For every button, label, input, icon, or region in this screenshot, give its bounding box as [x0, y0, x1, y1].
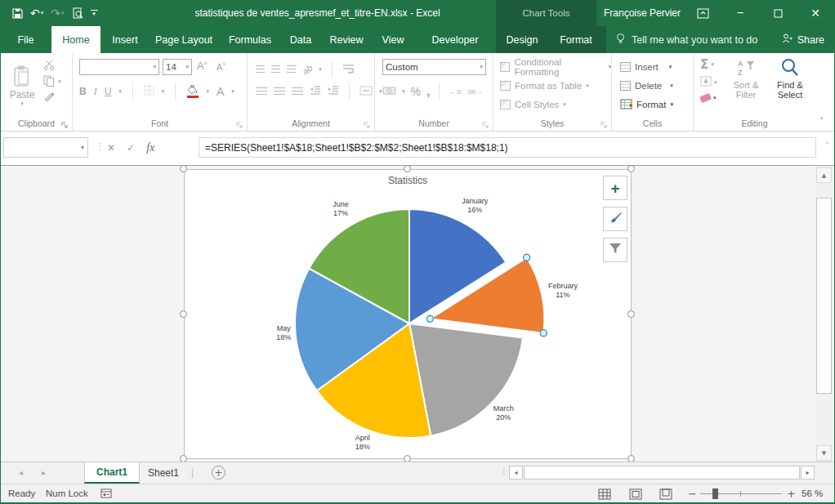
- zoom-level[interactable]: 56 %: [802, 488, 823, 498]
- horizontal-scrollbar-thumb[interactable]: [524, 466, 800, 479]
- customize-qat-icon[interactable]: ▾: [91, 10, 98, 17]
- tab-view[interactable]: View: [375, 26, 411, 53]
- status-mode: Ready: [8, 488, 35, 498]
- chart-resize-handle-top-left[interactable]: [180, 165, 187, 172]
- tab-design[interactable]: Design: [501, 26, 543, 53]
- grow-font-button: A˄: [197, 60, 208, 72]
- group-font: ▾ 14▾ A˄ A˅ B I U ▾ ▾ ▾ A: [73, 53, 248, 131]
- enter-entry-icon: ✓: [127, 142, 135, 154]
- percent-style-button: %: [411, 85, 421, 98]
- tab-home[interactable]: Home: [51, 26, 100, 53]
- minimize-button[interactable]: ─: [721, 0, 759, 26]
- share-person-icon: [781, 33, 793, 47]
- tab-page-layout[interactable]: Page Layout: [150, 26, 218, 53]
- paint-bucket-icon: [186, 85, 199, 95]
- chart-resize-handle-top-right[interactable]: [627, 165, 635, 172]
- page-layout-view-icon[interactable]: [629, 488, 642, 500]
- hscroll-right-icon[interactable]: ▸: [801, 466, 815, 479]
- fill-icon: [700, 76, 712, 89]
- user-name[interactable]: Françoise Pervier: [604, 0, 681, 26]
- chart-resize-handle-bottom-left[interactable]: [180, 455, 187, 462]
- tab-format[interactable]: Format: [553, 26, 599, 53]
- cell-styles-icon: [500, 100, 511, 109]
- ribbon-tab-row: File Home Insert Page Layout Formulas Da…: [1, 26, 834, 53]
- chart-resize-handle-mid-left[interactable]: [180, 310, 187, 318]
- find-select-button[interactable]: Find & Select: [769, 58, 811, 100]
- collapse-ribbon-icon[interactable]: ˄: [819, 117, 824, 126]
- tab-developer[interactable]: Developer: [426, 26, 484, 53]
- tab-review[interactable]: Review: [324, 26, 368, 53]
- share-button[interactable]: Share: [781, 26, 824, 53]
- clipboard-dialog-launcher-icon[interactable]: [61, 120, 69, 127]
- scroll-down-icon[interactable]: ▼: [816, 445, 832, 461]
- align-bottom-icon: [287, 65, 296, 74]
- decrease-decimal-icon: .00→: [467, 88, 482, 96]
- close-button[interactable]: ✕: [797, 0, 834, 26]
- formula-input[interactable]: =SERIES(Sheet1!$A$18;Sheet1!$B$2:$M$2;Sh…: [199, 137, 816, 158]
- group-number: Custom▾ ▾ % , ←.0 .00→ Number: [375, 53, 493, 131]
- ribbon: Paste ▾ ▾ Clipboard ▾ 14▾: [1, 53, 834, 132]
- zoom-out-button[interactable]: −: [688, 488, 697, 500]
- expand-formula-bar-icon[interactable]: ˅: [826, 141, 830, 149]
- insert-cells-button[interactable]: Insert▾: [620, 58, 672, 76]
- ribbon-display-options-icon[interactable]: [684, 0, 721, 26]
- name-box-dropdown-icon[interactable]: ▾: [81, 144, 84, 151]
- group-cells: Insert▾ Delete▾ Format▾ Cells: [612, 53, 694, 131]
- chart-object[interactable]: Statistics January16%February11%March20%…: [184, 169, 632, 459]
- chart-styles-button[interactable]: [603, 207, 627, 231]
- chart-filters-button[interactable]: [603, 238, 627, 262]
- chart-resize-handle-bottom-right[interactable]: [627, 455, 635, 462]
- normal-view-icon[interactable]: [598, 488, 611, 500]
- delete-cells-button[interactable]: Delete▾: [620, 77, 673, 95]
- sheet-nav-right-icon[interactable]: ▸: [42, 468, 46, 477]
- format-as-table-button: Format as Table▾: [500, 77, 589, 95]
- clear-eraser-icon[interactable]: [699, 93, 712, 103]
- insert-function-icon[interactable]: fx: [146, 141, 154, 154]
- sheet-nav-left-icon[interactable]: ◂: [19, 468, 23, 477]
- undo-dropdown-icon[interactable]: ▾: [41, 11, 44, 16]
- name-box[interactable]: ▾: [3, 137, 88, 158]
- zoom-in-button[interactable]: +: [787, 488, 796, 500]
- chart-resize-handle-top-center[interactable]: [404, 165, 411, 172]
- sheet-tab-chart1[interactable]: Chart1: [84, 462, 140, 484]
- tab-file[interactable]: File: [7, 26, 44, 53]
- save-icon[interactable]: [12, 8, 23, 19]
- macro-record-icon[interactable]: [100, 488, 112, 501]
- format-painter-icon: [43, 91, 55, 103]
- number-format-combo[interactable]: Custom▾: [382, 59, 486, 75]
- chart-resize-handle-mid-right[interactable]: [627, 310, 635, 318]
- tab-data[interactable]: Data: [284, 26, 318, 53]
- format-cells-button[interactable]: Format▾: [620, 96, 673, 114]
- vertical-scrollbar-thumb[interactable]: [816, 198, 832, 394]
- insert-cells-icon: [620, 62, 631, 72]
- font-size-combo[interactable]: 14▾: [163, 59, 192, 75]
- new-sheet-button[interactable]: +: [212, 466, 225, 479]
- tab-formulas[interactable]: Formulas: [223, 26, 277, 53]
- maximize-button[interactable]: [759, 0, 797, 26]
- scroll-up-icon[interactable]: ▲: [816, 167, 832, 183]
- sheet-tab-sheet1[interactable]: Sheet1: [136, 462, 190, 484]
- page-break-view-icon[interactable]: [659, 488, 672, 500]
- print-preview-icon[interactable]: [72, 7, 83, 19]
- number-dialog-launcher-icon: [482, 120, 489, 127]
- svg-text:A: A: [738, 60, 743, 68]
- chart-resize-handle-bottom-center[interactable]: [404, 455, 411, 462]
- formula-bar-drag-dots-icon[interactable]: ⋮: [96, 141, 104, 152]
- hscroll-left-icon[interactable]: ◂: [509, 466, 523, 479]
- format-as-table-icon: [500, 81, 511, 91]
- sort-filter-icon: AZ: [737, 58, 755, 80]
- data-label-june: June17%: [333, 200, 349, 217]
- fill-color-button[interactable]: [186, 85, 199, 98]
- alignment-dialog-launcher-icon: [364, 120, 371, 127]
- tell-me-box[interactable]: Tell me what you want to do: [615, 26, 757, 53]
- group-clipboard: Paste ▾ ▾ Clipboard: [1, 53, 73, 131]
- pie-chart: January16%February11%March20%April18%May…: [185, 170, 631, 458]
- plus-icon: +: [610, 181, 619, 196]
- undo-button[interactable]: ↶▾: [30, 7, 43, 19]
- orientation-icon: ab: [301, 63, 315, 77]
- decrease-indent-icon: [310, 86, 321, 97]
- tabbar-splitter-dots-icon[interactable]: ⋮: [499, 466, 508, 477]
- zoom-slider-thumb[interactable]: [712, 488, 718, 499]
- chart-elements-button[interactable]: +: [603, 176, 627, 200]
- tab-insert[interactable]: Insert: [105, 26, 145, 53]
